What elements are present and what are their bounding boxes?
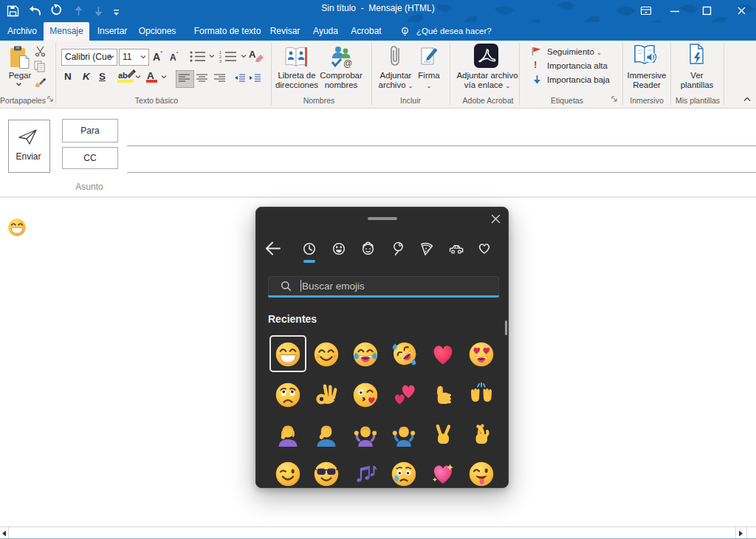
svg-text:3: 3 — [219, 59, 221, 63]
svg-text:@: @ — [343, 58, 352, 68]
